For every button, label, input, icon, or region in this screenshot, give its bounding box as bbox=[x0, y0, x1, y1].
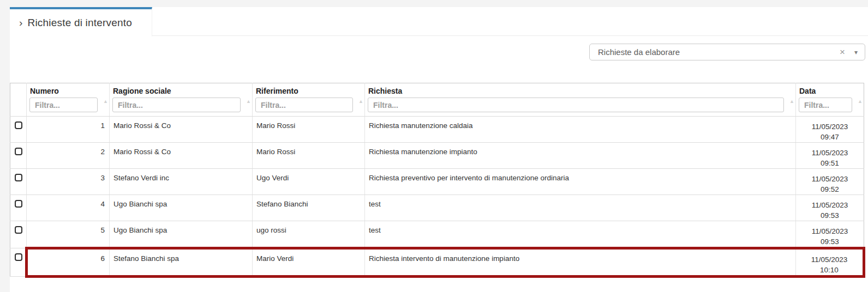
sort-arrow-icon[interactable]: ▲ bbox=[858, 99, 863, 104]
table-row[interactable]: 3 Stefano Verdi inc Ugo Verdi Richiesta … bbox=[10, 169, 864, 195]
cell-richiesta: test bbox=[365, 221, 796, 248]
cell-data: 11/05/2023 09:53 bbox=[796, 195, 864, 221]
table-row[interactable]: 2 Mario Rossi & Co Mario Rossi Richiesta… bbox=[10, 143, 864, 169]
cell-checkbox bbox=[10, 221, 27, 248]
cell-riferimento: Mario Verdi bbox=[253, 248, 365, 277]
cell-numero: 3 bbox=[27, 169, 110, 195]
cell-numero: 2 bbox=[27, 143, 110, 169]
cell-data: 11/05/2023 09:53 bbox=[796, 221, 864, 248]
cell-data-time: 09:47 bbox=[796, 132, 864, 142]
table-row[interactable]: 6 Stefano Bianchi spa Mario Verdi Richie… bbox=[10, 248, 864, 277]
cell-richiesta: test bbox=[365, 195, 796, 221]
table-row[interactable]: 1 Mario Rossi & Co Mario Rossi Richiesta… bbox=[10, 117, 864, 143]
filter-input-riferimento[interactable] bbox=[255, 98, 353, 112]
filter-input-richiesta[interactable] bbox=[368, 98, 784, 112]
cell-ragione-sociale: Mario Rossi & Co bbox=[110, 143, 253, 169]
cell-riferimento: Mario Rossi bbox=[253, 117, 365, 143]
header-checkbox-column bbox=[10, 83, 27, 117]
clear-icon[interactable]: × bbox=[835, 47, 850, 58]
cell-data: 11/05/2023 09:47 bbox=[796, 117, 864, 143]
table-body: 1 Mario Rossi & Co Mario Rossi Richiesta… bbox=[10, 117, 864, 277]
header-richiesta: Richiesta ▲ bbox=[365, 83, 796, 117]
cell-checkbox bbox=[10, 169, 27, 195]
filter-input-numero[interactable] bbox=[29, 98, 98, 112]
header-riferimento: Riferimento ▲ bbox=[253, 83, 365, 117]
dropdown-selected-value: Richieste da elaborare bbox=[590, 47, 835, 57]
table-row[interactable]: 5 Ugo Bianchi spa ugo rossi test 11/05/2… bbox=[10, 221, 864, 248]
cell-ragione-sociale: Stefano Verdi inc bbox=[110, 169, 253, 195]
tab-label: Richieste di intervento bbox=[28, 17, 133, 29]
cell-data: 11/05/2023 09:51 bbox=[796, 143, 864, 169]
cell-data-time: 09:51 bbox=[796, 158, 864, 168]
cell-checkbox bbox=[10, 117, 27, 143]
cell-riferimento: Stefano Bianchi bbox=[253, 195, 365, 221]
cell-data-date: 11/05/2023 bbox=[796, 148, 864, 158]
column-label-riferimento: Riferimento bbox=[253, 83, 364, 95]
cell-checkbox bbox=[10, 143, 27, 169]
cell-data-date: 11/05/2023 bbox=[796, 254, 863, 265]
cell-data-time: 10:10 bbox=[796, 265, 863, 275]
row-checkbox[interactable] bbox=[15, 148, 22, 155]
tab-richieste-di-intervento[interactable]: › Richieste di intervento bbox=[10, 7, 152, 36]
table-row[interactable]: 4 Ugo Bianchi spa Stefano Bianchi test 1… bbox=[10, 195, 864, 221]
cell-checkbox bbox=[10, 248, 27, 277]
requests-table: Numero ▲ Ragione sociale ▲ Riferimento ▲… bbox=[10, 83, 865, 278]
filter-input-data[interactable] bbox=[799, 98, 852, 112]
cell-data-date: 11/05/2023 bbox=[796, 174, 864, 184]
cell-richiesta: Richiesta intervento di manutenzione imp… bbox=[365, 248, 796, 277]
cell-data-date: 11/05/2023 bbox=[796, 121, 864, 132]
column-label-numero: Numero bbox=[27, 83, 109, 95]
cell-numero: 5 bbox=[27, 221, 110, 248]
row-checkbox[interactable] bbox=[15, 226, 22, 234]
cell-richiesta: Richiesta preventivo per intervento di m… bbox=[365, 169, 796, 195]
status-filter-dropdown[interactable]: Richieste da elaborare × ▾ bbox=[589, 44, 865, 60]
cell-data-date: 11/05/2023 bbox=[796, 226, 864, 236]
column-label-ragione-sociale: Ragione sociale bbox=[110, 83, 252, 95]
app-panel: › Richieste di intervento Richieste da e… bbox=[10, 7, 868, 292]
cell-riferimento: Mario Rossi bbox=[253, 143, 365, 169]
cell-numero: 4 bbox=[27, 195, 110, 221]
cell-richiesta: Richiesta manutenzione caldaia bbox=[365, 117, 796, 143]
header-data: Data ▲ bbox=[796, 83, 864, 117]
cell-richiesta: Richiesta manutenzione impianto bbox=[365, 143, 796, 169]
row-checkbox[interactable] bbox=[15, 174, 22, 181]
row-checkbox[interactable] bbox=[15, 200, 22, 208]
cell-ragione-sociale: Ugo Bianchi spa bbox=[110, 221, 253, 248]
chevron-right-icon: › bbox=[19, 17, 23, 29]
row-checkbox[interactable] bbox=[15, 121, 22, 129]
tabs-header: › Richieste di intervento bbox=[10, 7, 868, 36]
sort-arrow-icon[interactable]: ▲ bbox=[789, 99, 794, 104]
header-numero: Numero ▲ bbox=[27, 83, 110, 117]
column-label-richiesta: Richiesta bbox=[365, 83, 795, 95]
cell-ragione-sociale: Ugo Bianchi spa bbox=[110, 195, 253, 221]
sort-arrow-icon[interactable]: ▲ bbox=[103, 99, 108, 104]
column-label-data: Data bbox=[796, 83, 864, 95]
sort-arrow-icon[interactable]: ▲ bbox=[358, 99, 363, 104]
header-ragione-sociale: Ragione sociale ▲ bbox=[110, 83, 253, 117]
cell-ragione-sociale: Stefano Bianchi spa bbox=[110, 248, 253, 277]
cell-data-time: 09:53 bbox=[796, 210, 864, 221]
cell-checkbox bbox=[10, 195, 27, 221]
chevron-down-icon[interactable]: ▾ bbox=[850, 48, 865, 56]
table-header: Numero ▲ Ragione sociale ▲ Riferimento ▲… bbox=[10, 83, 864, 117]
row-checkbox[interactable] bbox=[15, 253, 22, 261]
cell-ragione-sociale: Mario Rossi & Co bbox=[110, 117, 253, 143]
filter-input-ragione-sociale[interactable] bbox=[112, 98, 241, 112]
cell-data-date: 11/05/2023 bbox=[796, 200, 864, 210]
cell-data-time: 09:52 bbox=[796, 184, 864, 194]
cell-numero: 6 bbox=[27, 248, 110, 277]
cell-riferimento: ugo rossi bbox=[253, 221, 365, 248]
cell-data: 11/05/2023 09:52 bbox=[796, 169, 864, 195]
toolbar: Richieste da elaborare × ▾ bbox=[10, 36, 868, 83]
cell-riferimento: Ugo Verdi bbox=[253, 169, 365, 195]
cell-numero: 1 bbox=[27, 117, 110, 143]
cell-data-time: 09:53 bbox=[796, 236, 864, 247]
sort-arrow-icon[interactable]: ▲ bbox=[246, 99, 251, 104]
cell-data: 11/05/2023 10:10 bbox=[796, 248, 864, 277]
